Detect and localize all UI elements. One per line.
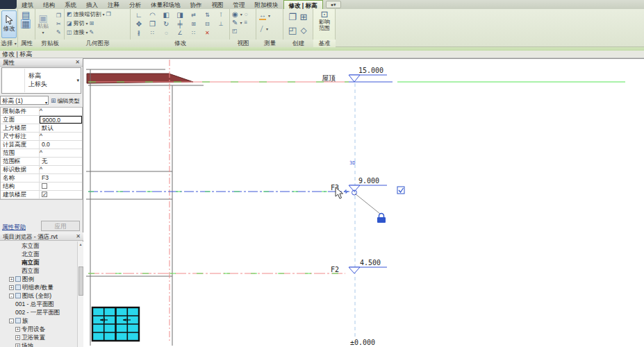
tree-item[interactable]: +卫浴装置 <box>0 333 77 341</box>
tree-item[interactable]: +明细表/数量 <box>0 283 77 291</box>
align-icon[interactable]: ∟ <box>135 11 142 19</box>
ribbon-tab[interactable]: 协作 <box>185 0 207 9</box>
tree-expander-icon[interactable]: + <box>9 285 14 290</box>
visibility-icon[interactable]: ◉ <box>232 10 238 18</box>
lock-icon[interactable] <box>377 214 386 223</box>
instance-filter-combo[interactable]: 标高 (1) ▾ <box>0 96 49 105</box>
browser-scrollbar[interactable]: ▴ <box>77 242 83 347</box>
measure-icon[interactable]: ⟋ <box>258 24 265 33</box>
type-selector[interactable]: 标高 上标头 ▾ <box>1 67 81 94</box>
tree-item[interactable]: +专用设备 <box>0 325 77 333</box>
properties-palette-icon[interactable]: ▦ <box>21 19 31 28</box>
align-array-icon[interactable]: ∷ <box>192 29 195 37</box>
ribbon-tab[interactable]: 附加模块 <box>250 0 283 9</box>
app-menu-icon[interactable] <box>0 0 17 9</box>
tree-item[interactable]: 001 - 总平面图 <box>0 300 77 308</box>
property-row[interactable]: 计算高度0.0 <box>1 141 82 149</box>
panel-label-select[interactable]: 选择 ▾ <box>0 40 17 47</box>
property-value[interactable]: 默认 <box>40 124 82 132</box>
tree-expander-icon[interactable]: - <box>9 319 14 323</box>
level-name-label[interactable]: F2 <box>331 266 339 273</box>
propagate-extents-icon[interactable]: ⬦ <box>300 26 306 34</box>
scrollbar-thumb[interactable] <box>79 266 83 296</box>
scope-box-icon[interactable]: ◰ <box>288 26 297 34</box>
join-geometry-button[interactable]: ◫ 连接▾ ✎ <box>65 28 111 37</box>
split-icon[interactable]: ∦ <box>138 29 140 37</box>
group-icon[interactable]: ⊞ <box>191 20 196 28</box>
geometry-extra-icon[interactable]: ❐ <box>106 10 111 18</box>
property-row[interactable]: 范围框无 <box>1 158 82 166</box>
level-3d-toggle[interactable]: 3D <box>349 160 355 166</box>
tree-expander-icon[interactable]: + <box>15 327 20 332</box>
paste-dropdown-icon[interactable]: ▾ <box>42 30 44 35</box>
property-row[interactable]: 名称F3 <box>1 174 82 183</box>
level-elevation-value[interactable]: 4.500 <box>360 259 381 266</box>
plan-views-icon[interactable]: ⊞ <box>300 13 308 21</box>
property-row[interactable]: 建筑楼层✓ <box>1 191 82 199</box>
cope-button[interactable]: ◩ 连接端切割▾ ❐ <box>65 10 111 19</box>
property-value[interactable]: 无 <box>40 158 82 165</box>
trim-icon[interactable]: ╪ <box>177 20 182 28</box>
ribbon-tab[interactable]: 体量和场地 <box>146 0 185 9</box>
tree-item[interactable]: 002 - 一层平面图 <box>0 308 77 316</box>
property-value[interactable]: 0.0 <box>40 141 82 149</box>
checkbox-checked-icon[interactable]: ✓ <box>42 192 47 197</box>
ribbon-tab[interactable]: 管理 <box>229 0 250 9</box>
properties-icon[interactable]: ▤ <box>21 11 31 19</box>
unpin-icon[interactable]: ⊥ <box>219 20 224 28</box>
tree-item[interactable]: +场地 <box>0 341 77 347</box>
move-icon[interactable]: ✥ <box>136 20 142 28</box>
collapse-icon[interactable]: ^ <box>40 166 42 174</box>
close-icon[interactable]: ✕ <box>74 58 81 67</box>
apply-button[interactable]: 应用 <box>41 221 80 231</box>
level-head-triangle[interactable] <box>349 185 360 192</box>
tree-item[interactable]: 西立面 <box>0 266 77 275</box>
cutaway-icon[interactable]: ◰ <box>232 27 238 35</box>
property-row[interactable]: 立面9000.0 <box>1 116 82 124</box>
checkbox-icon[interactable] <box>42 183 47 189</box>
property-section-header[interactable]: 标识数据^ <box>1 166 82 174</box>
drawing-area[interactable]: 15.000 屋顶 9.000 F3 3D <box>83 58 644 347</box>
ribbon-tab[interactable]: 修改 | 标高 <box>283 0 323 9</box>
ribbon-display-toggle[interactable]: ●▾ <box>326 1 341 8</box>
match-type-icon[interactable]: ✎ <box>56 28 61 36</box>
tree-expander-icon[interactable]: + <box>15 344 20 347</box>
collapse-icon[interactable]: ^ <box>40 108 42 115</box>
ribbon-tab[interactable]: 分析 <box>124 0 146 9</box>
tree-item[interactable]: 南立面 <box>0 258 77 266</box>
ribbon-tab[interactable]: 注释 <box>103 0 124 9</box>
tree-item[interactable]: -族 <box>0 316 77 325</box>
thin-lines-icon[interactable]: ≡ <box>244 19 247 26</box>
property-value[interactable] <box>40 183 82 190</box>
ground-elevation-label[interactable]: ±0.000 <box>350 339 375 346</box>
add-elbow-icon[interactable] <box>344 190 348 194</box>
offset-icon[interactable]: ◠ <box>149 11 156 19</box>
ribbon-tab[interactable]: 系统 <box>60 0 81 9</box>
paste-icon[interactable]: ▣ <box>38 15 47 22</box>
ungroup-icon[interactable]: ⊟ <box>205 20 210 28</box>
level-elevation-value[interactable]: 9.000 <box>358 177 379 185</box>
property-section-header[interactable]: 限制条件^ <box>1 108 82 116</box>
geometry-extra-icon[interactable]: ⊞ <box>90 19 94 27</box>
tree-expander-icon[interactable]: + <box>9 277 14 282</box>
tree-item[interactable]: 北立面 <box>0 250 77 258</box>
render-icon[interactable]: ◌ <box>245 10 248 18</box>
property-row[interactable]: 上方楼层默认 <box>1 124 82 133</box>
properties-help-link[interactable]: 属性帮助 <box>2 223 26 232</box>
geometry-extra-icon[interactable]: ✎ <box>90 28 94 36</box>
collapse-icon[interactable]: ^ <box>40 133 42 140</box>
hide-icon[interactable]: ◌ <box>165 29 168 37</box>
ribbon-tab[interactable]: 建筑 <box>17 0 38 9</box>
property-section-header[interactable]: 尺寸标注^ <box>1 133 82 141</box>
tree-expander-icon[interactable]: - <box>9 294 14 298</box>
scroll-up-icon[interactable]: ▴ <box>78 242 83 248</box>
project-browser-header[interactable]: 项目浏览器 - 酒店.rvt ✕ <box>0 232 83 241</box>
properties-palette-header[interactable]: 属性 ✕ <box>0 58 83 67</box>
cut-geometry-button[interactable]: ◪ 剪切▾ ⊞ <box>65 19 111 28</box>
ribbon-tab[interactable]: 视图 <box>207 0 229 9</box>
tree-expander-icon[interactable]: + <box>15 335 20 340</box>
mirror-axis-icon[interactable]: ◧ <box>163 11 170 19</box>
swap-vertical-icon[interactable]: ⇅ <box>205 11 210 19</box>
delete-icon[interactable]: ✕ <box>205 29 210 37</box>
ribbon-tab[interactable]: 插入 <box>81 0 103 9</box>
